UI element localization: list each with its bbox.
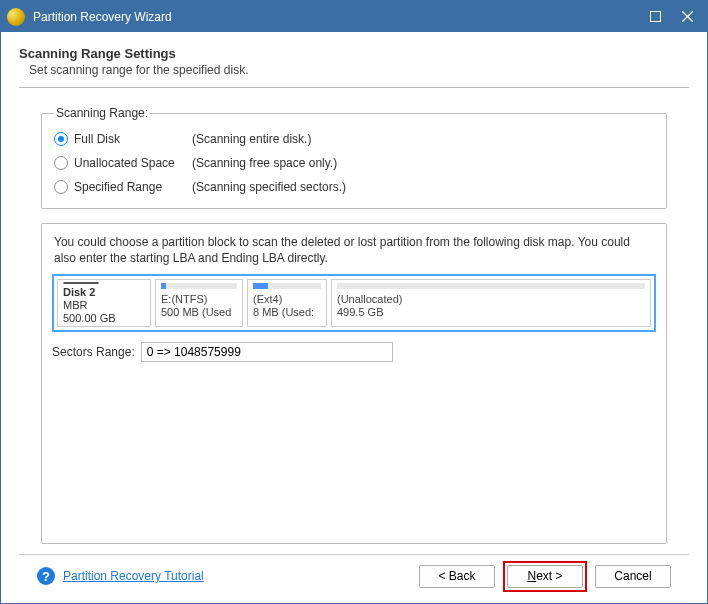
radio-label: Unallocated Space — [74, 156, 192, 170]
radio-indicator — [54, 132, 68, 146]
partition-label: (Ext4) — [253, 293, 321, 306]
partition-label: E:(NTFS) — [161, 293, 237, 306]
partition-block-ntfs[interactable]: E:(NTFS) 500 MB (Used — [155, 279, 243, 327]
window-title: Partition Recovery Wizard — [33, 10, 639, 24]
disk-size: 500.00 GB — [63, 312, 145, 325]
scanning-range-group: Scanning Range: Full Disk (Scanning enti… — [41, 106, 667, 209]
maximize-button[interactable] — [639, 1, 671, 32]
divider — [19, 87, 689, 88]
page-subheading: Set scanning range for the specified dis… — [29, 63, 689, 77]
radio-label: Specified Range — [74, 180, 192, 194]
diskmap: Disk 2 MBR 500.00 GB E:(NTFS) 500 MB (Us… — [52, 274, 656, 332]
app-icon — [7, 8, 25, 26]
partition-detail: 500 MB (Used — [161, 306, 237, 319]
partition-detail: 8 MB (Used: — [253, 306, 321, 319]
close-button[interactable] — [671, 1, 703, 32]
partition-detail: 499.5 GB — [337, 306, 645, 319]
radio-indicator — [54, 156, 68, 170]
scanning-range-legend: Scanning Range: — [54, 106, 150, 120]
next-button[interactable]: Next > — [507, 565, 583, 588]
disk-scheme: MBR — [63, 299, 145, 312]
cancel-button[interactable]: Cancel — [595, 565, 671, 588]
radio-desc: (Scanning free space only.) — [192, 156, 337, 170]
drive-icon — [63, 282, 99, 284]
partition-block-ext4[interactable]: (Ext4) 8 MB (Used: — [247, 279, 327, 327]
radio-indicator — [54, 180, 68, 194]
radio-label: Full Disk — [74, 132, 192, 146]
disk-name: Disk 2 — [63, 286, 145, 299]
radio-desc: (Scanning specified sectors.) — [192, 180, 346, 194]
help-icon: ? — [37, 567, 55, 585]
diskmap-intro: You could choose a partition block to sc… — [52, 234, 656, 266]
radio-specified[interactable]: Specified Range (Scanning specified sect… — [54, 176, 656, 198]
diskmap-panel: You could choose a partition block to sc… — [41, 223, 667, 544]
disk-summary[interactable]: Disk 2 MBR 500.00 GB — [57, 279, 151, 327]
back-button[interactable]: < Back — [419, 565, 495, 588]
sectors-range-input[interactable] — [141, 342, 393, 362]
radio-desc: (Scanning entire disk.) — [192, 132, 311, 146]
sectors-range-label: Sectors Range: — [52, 345, 135, 359]
radio-full-disk[interactable]: Full Disk (Scanning entire disk.) — [54, 128, 656, 150]
radio-unallocated[interactable]: Unallocated Space (Scanning free space o… — [54, 152, 656, 174]
next-button-highlight: Next > — [503, 561, 587, 592]
partition-block-unallocated[interactable]: (Unallocated) 499.5 GB — [331, 279, 651, 327]
titlebar: Partition Recovery Wizard — [1, 1, 707, 32]
partition-label: (Unallocated) — [337, 293, 645, 306]
svg-rect-0 — [650, 12, 660, 22]
tutorial-link[interactable]: Partition Recovery Tutorial — [63, 569, 204, 583]
page-heading: Scanning Range Settings — [19, 46, 689, 61]
